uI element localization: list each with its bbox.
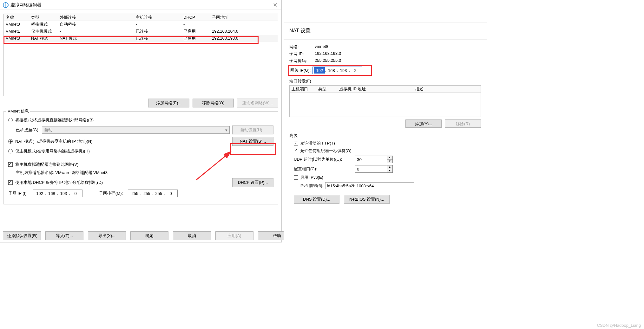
list-row-selected[interactable]: VMnet8 NAT 模式 NAT 模式 已连接 已启用 192.168.193…	[4, 35, 278, 42]
col-name[interactable]: 名称	[4, 15, 31, 20]
dhcp-row[interactable]: 使用本地 DHCP 服务将 IP 地址分配给虚拟机(D) DHCP 设置(P).…	[8, 178, 273, 187]
udp-timeout-input[interactable]: ▲▼	[355, 156, 393, 163]
col-dhcp[interactable]: DHCP	[183, 15, 212, 20]
label: 子网掩码:	[289, 58, 315, 64]
bridged-to-select: 自动 ▾	[42, 126, 230, 134]
nat-title: NAT 设置	[284, 22, 487, 40]
port-forward-table[interactable]: 主机端口 类型 虚拟机 IP 地址 描述	[289, 85, 481, 117]
value: 255.255.255.0	[315, 58, 341, 64]
globe-icon	[3, 2, 9, 8]
col-ext[interactable]: 外部连接	[60, 15, 136, 20]
network-list[interactable]: 名称 类型 外部连接 主机连接 DHCP 子网地址 VMnet0 桥接模式 自动…	[3, 14, 278, 96]
netbios-settings-button[interactable]: NetBIOS 设置(N)...	[344, 195, 390, 204]
add-network-button[interactable]: 添加网络(E)...	[148, 99, 189, 107]
gateway-label: 网关 IP(G):	[290, 68, 311, 73]
bridged-to-label: 已桥接至(G):	[16, 127, 39, 133]
adapter-name: 主机虚拟适配器名称: VMware 网络适配器 VMnet8	[16, 170, 108, 176]
close-icon[interactable]: ✕	[271, 2, 279, 9]
ftp-row[interactable]: 允许活动的 FTP(T)	[294, 140, 481, 146]
checkbox-on-icon[interactable]	[294, 141, 298, 145]
checkbox-on-icon[interactable]	[8, 180, 13, 185]
cfg-port-row: 配置端口(C): ▲▼	[294, 165, 481, 173]
col-desc[interactable]: 描述	[415, 86, 481, 92]
ok-button[interactable]: 确定	[130, 231, 168, 240]
mode-nat-label: NAT 模式(与虚拟机共享主机的 IP 地址)(N)	[15, 139, 92, 144]
value: 192.168.193.0	[315, 51, 341, 57]
subnet-mask-input[interactable]: . . .	[128, 190, 178, 197]
ipv6-prefix-input[interactable]	[325, 182, 414, 189]
label: 网络:	[289, 44, 315, 50]
window-title: 虚拟网络编辑器	[10, 2, 271, 8]
export-button[interactable]: 导出(X)...	[88, 231, 126, 240]
spinner-icon[interactable]: ▲▼	[387, 165, 392, 172]
dhcp-settings-button[interactable]: DHCP 设置(P)...	[232, 178, 273, 187]
list-row[interactable]: VMnet0 桥接模式 自动桥接 - -	[4, 21, 278, 28]
oui-row[interactable]: 允许任何组织唯一标识符(O)	[294, 148, 481, 154]
watermark: CSDN @Hadoop_Liang	[597, 323, 641, 328]
vmnet-info-group: VMnet 信息 桥接模式(将虚拟机直接连接到外部网络)(B) 已桥接至(G):…	[3, 111, 278, 204]
port-forward-buttons: 添加(A)... 移除(R)	[289, 119, 481, 128]
advanced-title: 高级	[289, 133, 481, 139]
host-adapter-label: 将主机虚拟适配器连接到此网络(V)	[15, 162, 78, 167]
apply-button: 应用(A)	[215, 231, 253, 240]
radio-on-icon[interactable]	[8, 139, 13, 144]
checkbox-icon[interactable]	[294, 175, 298, 180]
spinner-icon[interactable]: ▲▼	[387, 156, 392, 163]
label: 子网 IP:	[289, 51, 315, 57]
list-header: 名称 类型 外部连接 主机连接 DHCP 子网地址	[4, 14, 278, 21]
dhcp-label: 使用本地 DHCP 服务将 IP 地址分配给虚拟机(D)	[15, 180, 103, 185]
restore-defaults-button[interactable]: 还原默认设置(R)	[3, 231, 41, 240]
col-hostport[interactable]: 主机端口	[290, 86, 318, 92]
radio-icon[interactable]	[8, 149, 13, 153]
cancel-button[interactable]: 取消	[173, 231, 211, 240]
adapter-name-row: 主机虚拟适配器名称: VMware 网络适配器 VMnet8	[16, 170, 273, 176]
col-type[interactable]: 类型	[318, 86, 339, 92]
rename-network-button: 重命名网络(W)...	[237, 99, 278, 107]
network-buttons: 添加网络(E)... 移除网络(O) 重命名网络(W)...	[0, 99, 278, 107]
bridged-to-row: 已桥接至(G): 自动 ▾ 自动设置(U)...	[16, 126, 273, 134]
auto-settings-button: 自动设置(U)...	[232, 126, 273, 134]
pf-header: 主机端口 类型 虚拟机 IP 地址 描述	[290, 86, 481, 93]
dialog-buttons: 还原默认设置(R) 导入(T)... 导出(X)... 确定 取消 应用(A) …	[3, 231, 296, 240]
remove-network-button[interactable]: 移除网络(O)	[193, 99, 234, 107]
value: vmnet8	[315, 44, 328, 50]
port-forward-title: 端口转发(F)	[289, 78, 481, 84]
subnet-ip-input[interactable]: . . .	[33, 190, 82, 197]
subnet-ip-label: 子网 IP (I):	[8, 190, 28, 196]
pf-add-button[interactable]: 添加(A)...	[405, 119, 442, 128]
nat-settings-button[interactable]: NAT 设置(S)...	[232, 137, 273, 146]
pf-remove-button: 移除(R)	[445, 119, 481, 128]
list-row[interactable]: VMnet1 仅主机模式 - 已连接 已启用 192.168.204.0	[4, 28, 278, 35]
nat-settings-window: NAT 设置 网络:vmnet8 子网 IP:192.168.193.0 子网掩…	[284, 22, 487, 244]
virtual-network-editor-window: 虚拟网络编辑器 ✕ 名称 类型 外部连接 主机连接 DHCP 子网地址 VMne…	[0, 0, 282, 242]
col-sub[interactable]: 子网地址	[212, 15, 278, 20]
dns-settings-button[interactable]: DNS 设置(D)...	[294, 195, 339, 204]
gateway-row-highlight: 网关 IP(G): . . .	[288, 65, 372, 76]
mode-bridge-row[interactable]: 桥接模式(将虚拟机直接连接到外部网络)(B)	[8, 117, 273, 123]
subnet-row: 子网 IP (I): . . . 子网掩码(M): . . .	[8, 190, 273, 197]
mode-bridge-label: 桥接模式(将虚拟机直接连接到外部网络)(B)	[15, 117, 94, 123]
gateway-ip-input[interactable]: . . .	[312, 67, 362, 74]
col-type[interactable]: 类型	[31, 15, 60, 20]
mode-nat-row[interactable]: NAT 模式(与虚拟机共享主机的 IP 地址)(N) NAT 设置(S)...	[8, 137, 273, 146]
udp-timeout-row: UDP 超时(以秒为单位)(U): ▲▼	[294, 156, 481, 163]
group-title: VMnet 信息	[6, 108, 30, 114]
cfg-port-input[interactable]: ▲▼	[355, 165, 393, 173]
mode-host-label: 仅主机模式(在专用网络内连接虚拟机)(H)	[15, 148, 90, 154]
nat-bottom-buttons: DNS 设置(D)... NetBIOS 设置(N)...	[294, 195, 481, 204]
subnet-mask-label: 子网掩码(M):	[99, 190, 123, 196]
ipv6-prefix-row: IPv6 前缀(6):	[299, 182, 481, 189]
checkbox-on-icon[interactable]	[8, 162, 13, 167]
col-host[interactable]: 主机连接	[136, 15, 183, 20]
titlebar: 虚拟网络编辑器 ✕	[0, 0, 281, 10]
ipv6-enable-row[interactable]: 启用 IPv6(E)	[294, 175, 481, 180]
import-button[interactable]: 导入(T)...	[45, 231, 83, 240]
radio-icon[interactable]	[8, 118, 13, 122]
checkbox-on-icon[interactable]	[294, 149, 298, 153]
col-vmip[interactable]: 虚拟机 IP 地址	[339, 86, 415, 92]
host-adapter-row[interactable]: 将主机虚拟适配器连接到此网络(V)	[8, 162, 273, 167]
chevron-down-icon: ▾	[225, 128, 227, 132]
mode-host-row[interactable]: 仅主机模式(在专用网络内连接虚拟机)(H)	[8, 148, 273, 154]
